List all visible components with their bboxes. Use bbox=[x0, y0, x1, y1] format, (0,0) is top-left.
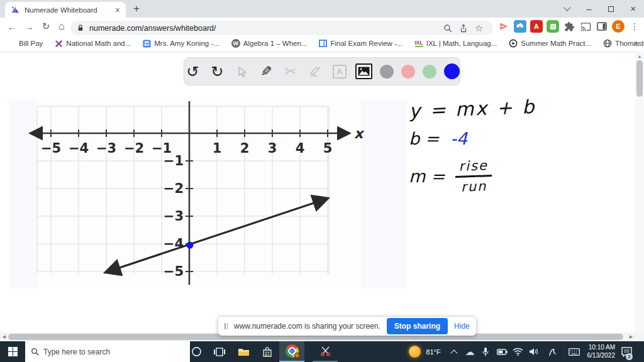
pen-icon[interactable] bbox=[545, 341, 560, 362]
folder-icon bbox=[238, 347, 250, 356]
tab-search-chevron-icon[interactable] bbox=[556, 0, 578, 18]
task-view-button[interactable] bbox=[208, 341, 231, 362]
undo-icon[interactable]: ↺ bbox=[184, 63, 201, 80]
search-input[interactable] bbox=[43, 348, 169, 356]
clock-date: 6/13/2022 bbox=[587, 352, 616, 360]
blue-grid-icon bbox=[143, 40, 151, 48]
svg-text:2: 2 bbox=[240, 141, 250, 156]
taskbar-chrome-button-active[interactable] bbox=[279, 341, 304, 362]
home-icon[interactable]: ⌂ bbox=[54, 19, 69, 33]
hide-banner-link[interactable]: Hide bbox=[454, 322, 470, 331]
eraser-tool-icon[interactable] bbox=[307, 63, 324, 80]
color-swatch-blue-selected[interactable] bbox=[444, 63, 460, 79]
select-cursor-icon[interactable] bbox=[233, 63, 250, 80]
cortana-button[interactable] bbox=[185, 341, 208, 362]
bookmarks-bar: Bill Pay National Math and... Mrs. Amy K… bbox=[0, 35, 644, 52]
browser-titlebar: Numerade Whiteboard × + – × bbox=[0, 0, 644, 18]
power-battery-icon[interactable] bbox=[494, 341, 509, 362]
onedrive-cloud-icon[interactable]: ☁ bbox=[462, 341, 477, 362]
taskbar: 81°F ☁ 10:10 AM 6/13/2022 bbox=[0, 341, 644, 362]
svg-text:1: 1 bbox=[213, 141, 222, 156]
speaker-icon[interactable] bbox=[526, 341, 541, 362]
vertical-scroll-thumb[interactable] bbox=[636, 60, 643, 97]
image-tool-icon-selected[interactable] bbox=[355, 63, 372, 80]
browser-tab[interactable]: Numerade Whiteboard × bbox=[5, 2, 126, 18]
task-view-icon bbox=[214, 348, 225, 356]
svg-text:−5: −5 bbox=[164, 264, 184, 279]
chrome-notification-badge bbox=[294, 353, 300, 358]
back-icon[interactable]: ← bbox=[4, 19, 19, 33]
file-explorer-button[interactable] bbox=[232, 341, 255, 362]
weather-sun-icon[interactable] bbox=[408, 341, 421, 362]
whiteboard-canvas[interactable]: ↺ ↻ ✎ ✂ A bbox=[0, 52, 644, 332]
windows-logo-icon bbox=[8, 347, 18, 356]
green-avatar-extension-icon[interactable] bbox=[547, 20, 559, 33]
window-minimize-button[interactable]: – bbox=[578, 0, 600, 18]
browser-menu-icon[interactable]: ⋮ bbox=[628, 20, 641, 33]
bookmark-algebra1[interactable]: W Algebra 1 – When... bbox=[231, 39, 308, 48]
window-close-button[interactable]: × bbox=[622, 0, 644, 18]
profile-avatar[interactable]: E bbox=[612, 20, 625, 33]
bookmark-ixl[interactable]: IXL IXL | Math, Languag... bbox=[415, 40, 497, 47]
taskbar-clock[interactable]: 10:10 AM 6/13/2022 bbox=[577, 341, 615, 362]
screen: Numerade Whiteboard × + – × ← → ↻ ⌂ nume… bbox=[0, 0, 644, 362]
screencastify-extension-icon[interactable] bbox=[497, 20, 510, 33]
window-restore-button[interactable] bbox=[600, 0, 622, 18]
microphone-icon[interactable] bbox=[478, 341, 493, 362]
cast-icon[interactable] bbox=[579, 20, 592, 33]
start-button[interactable] bbox=[0, 341, 25, 362]
redo-icon[interactable]: ↻ bbox=[209, 63, 226, 80]
bookmark-national-math[interactable]: National Math and... bbox=[55, 40, 131, 48]
tray-expand-chevron-icon[interactable] bbox=[447, 341, 462, 362]
banner-drag-handle[interactable] bbox=[225, 323, 228, 329]
svg-text:−2: −2 bbox=[164, 181, 184, 196]
adobe-acrobat-extension-icon[interactable]: A bbox=[530, 20, 543, 33]
color-swatch-green[interactable] bbox=[423, 65, 436, 79]
svg-text:−1: −1 bbox=[164, 153, 184, 168]
svg-text:4: 4 bbox=[296, 141, 305, 156]
address-bar[interactable]: numerade.com/answers/whiteboard/ ☆ bbox=[70, 21, 493, 35]
bookmark-star-icon[interactable]: ☆ bbox=[471, 23, 487, 34]
scroll-left-icon[interactable]: ◀ bbox=[0, 332, 8, 341]
globe-icon bbox=[603, 39, 612, 48]
zoom-page-icon[interactable] bbox=[440, 24, 455, 33]
vertical-scrollbar[interactable]: ▲ ▼ bbox=[635, 52, 644, 341]
pen-tool-icon[interactable]: ✎ bbox=[258, 63, 275, 80]
svg-text:−4: −4 bbox=[69, 141, 89, 156]
microsoft-store-button[interactable] bbox=[256, 341, 279, 362]
weather-temperature[interactable]: 81°F bbox=[422, 341, 445, 362]
extensions-puzzle-icon[interactable] bbox=[563, 20, 575, 33]
taskbar-snip-tool-button[interactable] bbox=[313, 341, 338, 362]
x-logo-icon bbox=[55, 40, 63, 48]
text-tool-icon[interactable]: A bbox=[331, 63, 348, 80]
color-swatch-gray[interactable] bbox=[380, 65, 394, 79]
cloud-camera-extension-icon[interactable] bbox=[514, 20, 526, 33]
bookmark-bill-pay[interactable]: Bill Pay bbox=[19, 40, 43, 47]
ixl-logo-icon: IXL bbox=[415, 40, 423, 47]
bookmark-amy-koning[interactable]: Mrs. Amy Koning -... bbox=[143, 40, 219, 48]
handwritten-notes: y = mx + b b =-4 m = rise run bbox=[409, 97, 553, 194]
side-panel-icon[interactable] bbox=[596, 20, 608, 33]
tab-close-icon[interactable]: × bbox=[115, 6, 120, 14]
color-swatch-red[interactable] bbox=[401, 65, 415, 79]
share-icon[interactable] bbox=[455, 24, 471, 33]
bookmarks-overflow-icon[interactable]: » bbox=[633, 38, 638, 48]
scissors-tool-icon[interactable]: ✂ bbox=[282, 63, 299, 80]
svg-text:3: 3 bbox=[268, 141, 277, 156]
wifi-icon[interactable] bbox=[510, 341, 525, 362]
scroll-up-icon[interactable]: ▲ bbox=[635, 53, 644, 59]
tab-title: Numerade Whiteboard bbox=[25, 6, 111, 14]
scroll-right-icon[interactable]: ▶ bbox=[627, 332, 635, 341]
bookmark-summer-math[interactable]: Summer Math Pract... bbox=[509, 39, 591, 48]
stop-sharing-button[interactable]: Stop sharing bbox=[387, 318, 448, 334]
window-controls: – × bbox=[556, 0, 644, 18]
scrollbar-corner bbox=[635, 332, 644, 341]
blue-frame-icon bbox=[319, 40, 327, 47]
forward-icon[interactable]: → bbox=[21, 19, 36, 33]
reload-icon[interactable]: ↻ bbox=[38, 19, 53, 33]
taskbar-search[interactable] bbox=[25, 341, 190, 362]
bookmark-final-exam[interactable]: Final Exam Review -... bbox=[319, 40, 402, 47]
url-text[interactable]: numerade.com/answers/whiteboard/ bbox=[89, 24, 440, 33]
svg-text:−2: −2 bbox=[124, 141, 144, 156]
new-tab-button[interactable]: + bbox=[130, 3, 143, 15]
